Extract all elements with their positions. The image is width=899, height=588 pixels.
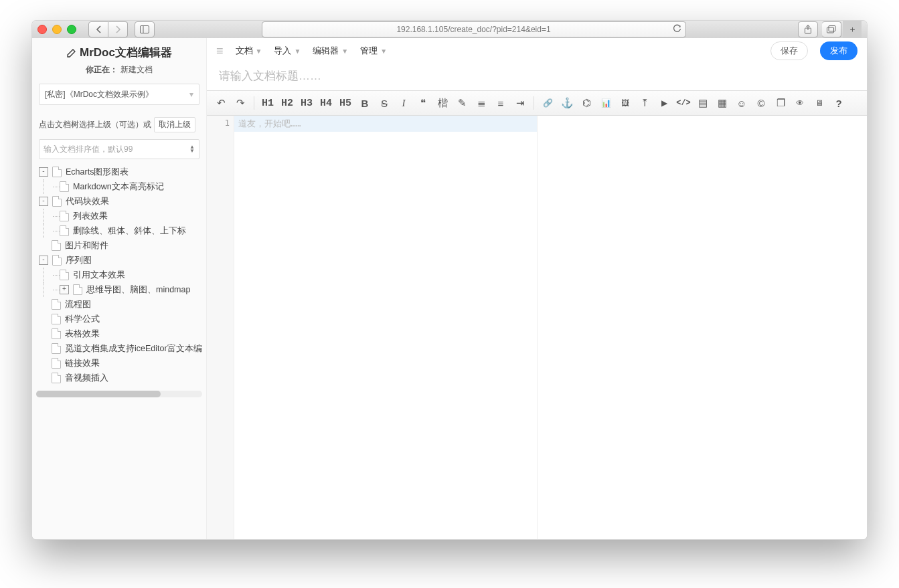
menu-icon[interactable]: ≡ <box>216 44 224 58</box>
file-icon <box>52 255 62 266</box>
menu-导入[interactable]: 导入 ▼ <box>274 45 301 57</box>
back-button[interactable] <box>88 21 108 37</box>
help-button[interactable]: ? <box>830 94 847 112</box>
chevron-down-icon: ▼ <box>380 47 387 55</box>
bold-button[interactable]: B <box>356 94 374 112</box>
close-icon[interactable] <box>37 25 47 34</box>
publish-button[interactable]: 发布 <box>820 41 857 60</box>
main-panel: ≡ 文档 ▼导入 ▼编辑器 ▼管理 ▼ 保存 发布 请输入文档标题…… ↶ ↷ … <box>207 38 867 539</box>
preview-toggle-button[interactable]: 👁 <box>791 94 809 112</box>
tree-label: 觅道文档集成支持iceEditor富文本编辑！ <box>65 343 202 355</box>
tree-item[interactable]: 删除线、粗体、斜体、上下标 <box>39 223 202 238</box>
ol-button[interactable]: ≡ <box>492 94 509 112</box>
file-icon <box>60 270 69 280</box>
video-button[interactable]: ▶ <box>655 94 673 112</box>
save-button[interactable]: 保存 <box>770 41 808 60</box>
image-button[interactable]: 🖼 <box>617 94 634 112</box>
tree-label: Markdown文本高亮标记 <box>73 181 164 193</box>
cancel-parent-button[interactable]: 取消上级 <box>154 117 195 132</box>
chart-button[interactable]: 📊 <box>597 94 615 112</box>
tree-item[interactable]: 引用文本效果 <box>39 268 202 282</box>
doc-title-input[interactable]: 请输入文档标题…… <box>207 64 867 90</box>
editor-split: 1 道友，开始吧…… <box>207 116 867 539</box>
codeblock-button[interactable]: ▤ <box>694 94 712 112</box>
doc-tree[interactable]: -Echarts图形图表Markdown文本高亮标记-代码块效果列表效果删除线、… <box>32 165 206 389</box>
tree-item[interactable]: 音视频插入 <box>39 371 202 385</box>
sitemap-button[interactable]: ⌬ <box>578 94 595 112</box>
emoji-button[interactable]: ☺ <box>733 94 750 112</box>
tree-item[interactable]: 流程图 <box>39 297 202 312</box>
anchor-button[interactable]: ⚓ <box>558 94 576 112</box>
svg-rect-5 <box>829 26 835 31</box>
font-kai-button[interactable]: 楷 <box>434 94 451 112</box>
tree-item[interactable]: 图片和附件 <box>39 238 202 253</box>
chevron-down-icon: ▼ <box>256 47 262 55</box>
link-button[interactable]: 🔗 <box>539 94 556 112</box>
ul-button[interactable]: ≣ <box>473 94 490 112</box>
expand-toggle[interactable]: - <box>39 256 48 265</box>
h3-button[interactable]: H3 <box>298 94 315 112</box>
italic-button[interactable]: I <box>395 94 412 112</box>
browser-window: 192.168.1.105/create_doc/?pid=214&eid=1 … <box>31 20 868 540</box>
menubar: ≡ 文档 ▼导入 ▼编辑器 ▼管理 ▼ 保存 发布 <box>207 38 867 64</box>
h2-button[interactable]: H2 <box>278 94 296 112</box>
tree-item[interactable]: -代码块效果 <box>39 194 202 209</box>
reload-icon[interactable] <box>673 24 681 33</box>
file-icon <box>60 225 69 236</box>
h5-button[interactable]: H5 <box>337 94 354 112</box>
h4-button[interactable]: H4 <box>317 94 335 112</box>
zoom-icon[interactable] <box>67 25 76 34</box>
sidebar-toggle-button[interactable] <box>135 21 155 37</box>
quote-button[interactable]: ❝ <box>414 94 432 112</box>
scrollbar-thumb[interactable] <box>36 391 161 397</box>
file-icon <box>52 240 61 251</box>
tree-label: 代码块效果 <box>66 196 109 207</box>
menu-编辑器[interactable]: 编辑器 ▼ <box>313 45 348 57</box>
tree-item[interactable]: 科学公式 <box>39 312 202 326</box>
indent-button[interactable]: ⇥ <box>511 94 529 112</box>
file-icon <box>52 373 61 383</box>
tree-label: 流程图 <box>65 299 91 310</box>
sort-input[interactable]: 输入文档排序值，默认99 ▲▼ <box>39 139 199 159</box>
menu-管理[interactable]: 管理 ▼ <box>360 45 387 57</box>
tree-item[interactable]: 列表效果 <box>39 209 202 223</box>
horizontal-scrollbar[interactable] <box>36 391 202 397</box>
expand-toggle[interactable]: - <box>39 167 48 177</box>
tree-item[interactable]: 链接效果 <box>39 356 202 371</box>
number-stepper[interactable]: ▲▼ <box>189 145 195 153</box>
titlebar: 192.168.1.105/create_doc/?pid=214&eid=1 … <box>32 21 867 39</box>
forward-button[interactable] <box>108 21 128 37</box>
code-button[interactable]: </> <box>675 94 692 112</box>
tree-label: 链接效果 <box>65 358 100 369</box>
window-button[interactable]: ❐ <box>772 94 789 112</box>
tree-label: 图片和附件 <box>65 240 108 252</box>
copyright-button[interactable]: © <box>752 94 770 112</box>
file-icon <box>60 181 69 192</box>
new-tab-button[interactable]: ＋ <box>843 21 862 38</box>
redo-button[interactable]: ↷ <box>232 94 249 112</box>
tree-item[interactable]: 觅道文档集成支持iceEditor富文本编辑！ <box>39 341 202 356</box>
address-bar[interactable]: 192.168.1.105/create_doc/?pid=214&eid=1 <box>262 21 686 37</box>
brush-icon[interactable]: ✎ <box>453 94 471 112</box>
url-text: 192.168.1.105/create_doc/?pid=214&eid=1 <box>266 25 681 34</box>
table-button[interactable]: ▦ <box>714 94 731 112</box>
sidebar: MrDoc文档编辑器 你正在： 新建文档 [私密]《MrDoc文档效果示例》 ▾… <box>32 38 207 539</box>
share-button[interactable] <box>798 21 818 37</box>
expand-toggle[interactable]: - <box>39 197 48 206</box>
undo-button[interactable]: ↶ <box>212 94 230 112</box>
menu-文档[interactable]: 文档 ▼ <box>236 45 262 57</box>
h1-button[interactable]: H1 <box>259 94 276 112</box>
minimize-icon[interactable] <box>52 25 62 34</box>
tree-item[interactable]: 表格效果 <box>39 326 202 341</box>
project-select[interactable]: [私密]《MrDoc文档效果示例》 ▾ <box>39 84 199 105</box>
tree-item[interactable]: -Echarts图形图表 <box>39 165 202 179</box>
tabs-button[interactable] <box>822 21 841 37</box>
tree-item[interactable]: +思维导图、脑图、mindmap <box>39 282 202 297</box>
editor-source[interactable]: 1 道友，开始吧…… <box>207 116 538 539</box>
expand-toggle[interactable]: + <box>60 285 69 294</box>
fullscreen-button[interactable]: 🖥 <box>811 94 828 112</box>
tree-item[interactable]: Markdown文本高亮标记 <box>39 179 202 194</box>
upload-button[interactable]: ⤒ <box>636 94 653 112</box>
tree-item[interactable]: -序列图 <box>39 253 202 268</box>
strike-button[interactable]: S <box>376 94 393 112</box>
